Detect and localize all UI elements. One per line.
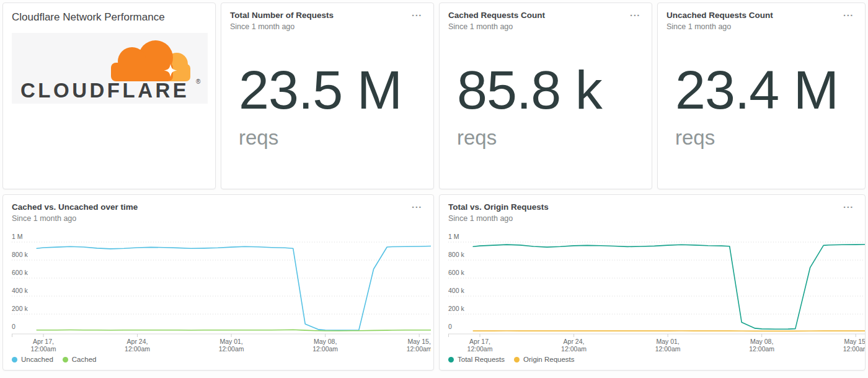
chart-card-total-vs-origin: Total vs. Origin Requests Since 1 month … bbox=[439, 194, 866, 371]
card-title: Cached Requests Count bbox=[448, 11, 643, 20]
svg-text:12:00am: 12:00am bbox=[655, 345, 681, 353]
billboard-unit: reqs bbox=[675, 126, 715, 150]
svg-text:12:00am: 12:00am bbox=[125, 345, 150, 353]
legend-item-uncached[interactable]: Uncached bbox=[12, 356, 53, 363]
billboard-card-cached-requests: Cached Requests Count Since 1 month ago … bbox=[439, 2, 652, 189]
widget-menu-button[interactable]: ... bbox=[843, 8, 854, 17]
cloudflare-cloud bbox=[111, 40, 173, 81]
svg-text:May 01,: May 01, bbox=[656, 338, 679, 345]
legend-item-cached[interactable]: Cached bbox=[63, 356, 97, 363]
svg-text:400 k: 400 k bbox=[12, 287, 28, 294]
card-header: Cached Requests Count Since 1 month ago bbox=[440, 3, 652, 31]
svg-text:May 15,: May 15, bbox=[844, 338, 866, 345]
cloudflare-logo-image: CLOUDFLARE ® bbox=[12, 33, 208, 104]
billboard-value: 23.5 M bbox=[239, 60, 402, 120]
card-timerange: Since 1 month ago bbox=[230, 22, 425, 31]
chart-legend: Total Requests Origin Requests bbox=[448, 356, 575, 363]
svg-text:800 k: 800 k bbox=[12, 251, 28, 258]
svg-text:12:00am: 12:00am bbox=[312, 345, 338, 353]
legend-label: Origin Requests bbox=[523, 356, 574, 363]
svg-text:12:00am: 12:00am bbox=[843, 345, 866, 353]
svg-text:12:00am: 12:00am bbox=[467, 345, 493, 353]
widget-menu-button[interactable]: ... bbox=[843, 200, 854, 209]
billboard-card-uncached-requests: Uncached Requests Count Since 1 month ag… bbox=[657, 2, 866, 189]
legend-item-total-requests[interactable]: Total Requests bbox=[448, 356, 505, 363]
svg-text:400 k: 400 k bbox=[448, 287, 464, 294]
card-header: Cached vs. Uncached over time Since 1 mo… bbox=[3, 195, 433, 223]
card-title: Uncached Requests Count bbox=[666, 11, 856, 20]
legend-dot bbox=[12, 357, 17, 362]
billboard-value: 23.4 M bbox=[675, 60, 838, 120]
svg-text:0: 0 bbox=[12, 323, 16, 330]
cloudflare-logo: CLOUDFLARE ® bbox=[12, 33, 208, 104]
legend-dot bbox=[514, 357, 520, 362]
svg-text:Apr 24,: Apr 24, bbox=[564, 338, 585, 345]
svg-text:1 M: 1 M bbox=[448, 233, 459, 240]
svg-text:Apr 17,: Apr 17, bbox=[469, 338, 490, 345]
chart-legend: Uncached Cached bbox=[12, 356, 96, 363]
widget-menu-button[interactable]: ... bbox=[412, 8, 422, 17]
legend-label: Total Requests bbox=[458, 356, 505, 363]
billboard-unit: reqs bbox=[457, 126, 497, 150]
billboard-unit: reqs bbox=[239, 126, 278, 150]
svg-text:12:00am: 12:00am bbox=[219, 345, 244, 353]
widget-menu-button[interactable]: ... bbox=[630, 8, 640, 17]
card-timerange: Since 1 month ago bbox=[448, 214, 856, 223]
svg-text:May 15,: May 15, bbox=[408, 338, 431, 345]
legend-item-origin-requests[interactable]: Origin Requests bbox=[514, 356, 574, 363]
svg-text:May 08,: May 08, bbox=[314, 338, 337, 345]
svg-text:600 k: 600 k bbox=[448, 269, 464, 276]
widget-menu-button[interactable]: ... bbox=[412, 200, 422, 209]
billboard-value: 85.8 k bbox=[457, 60, 602, 120]
card-header: Total vs. Origin Requests Since 1 month … bbox=[440, 195, 865, 223]
dashboard: Cloudflare Network Performance CLOUDFLAR… bbox=[0, 0, 868, 373]
card-title: Total Number of Requests bbox=[230, 11, 425, 20]
card-header: Total Number of Requests Since 1 month a… bbox=[221, 3, 433, 31]
card-title: Cached vs. Uncached over time bbox=[12, 202, 425, 212]
legend-dot bbox=[63, 357, 68, 362]
legend-label: Cached bbox=[72, 356, 97, 363]
line-chart[interactable]: 1 M800 k600 k400 k200 k0Apr 17,12:00amAp… bbox=[448, 230, 866, 353]
svg-text:Apr 24,: Apr 24, bbox=[127, 338, 148, 345]
page-title: Cloudflare Network Performance bbox=[3, 3, 215, 24]
card-timerange: Since 1 month ago bbox=[448, 22, 643, 31]
card-timerange: Since 1 month ago bbox=[666, 22, 856, 31]
svg-text:200 k: 200 k bbox=[448, 305, 464, 312]
dashboard-header-card: Cloudflare Network Performance CLOUDFLAR… bbox=[2, 2, 216, 189]
svg-text:12:00am: 12:00am bbox=[407, 345, 431, 353]
card-title: Total vs. Origin Requests bbox=[448, 202, 856, 212]
svg-text:0: 0 bbox=[448, 323, 452, 330]
svg-text:May 08,: May 08, bbox=[750, 338, 773, 345]
card-timerange: Since 1 month ago bbox=[12, 214, 425, 223]
svg-text:600 k: 600 k bbox=[12, 269, 28, 276]
cloudflare-wordmark: CLOUDFLARE bbox=[20, 79, 189, 102]
chart-card-cached-vs-uncached: Cached vs. Uncached over time Since 1 mo… bbox=[2, 194, 434, 371]
svg-text:12:00am: 12:00am bbox=[749, 345, 774, 353]
svg-text:12:00am: 12:00am bbox=[561, 345, 587, 353]
svg-text:12:00am: 12:00am bbox=[31, 345, 56, 353]
registered-mark: ® bbox=[196, 78, 201, 85]
legend-dot bbox=[448, 357, 454, 362]
svg-text:800 k: 800 k bbox=[448, 251, 464, 258]
svg-text:200 k: 200 k bbox=[12, 305, 28, 312]
billboard-card-total-requests: Total Number of Requests Since 1 month a… bbox=[221, 2, 434, 189]
card-header: Uncached Requests Count Since 1 month ag… bbox=[658, 3, 865, 31]
svg-text:May 01,: May 01, bbox=[219, 338, 242, 345]
svg-text:Apr 17,: Apr 17, bbox=[33, 338, 54, 345]
legend-label: Uncached bbox=[21, 356, 53, 363]
svg-text:1 M: 1 M bbox=[12, 233, 23, 240]
line-chart[interactable]: 1 M800 k600 k400 k200 k0Apr 17,12:00amAp… bbox=[12, 230, 431, 353]
